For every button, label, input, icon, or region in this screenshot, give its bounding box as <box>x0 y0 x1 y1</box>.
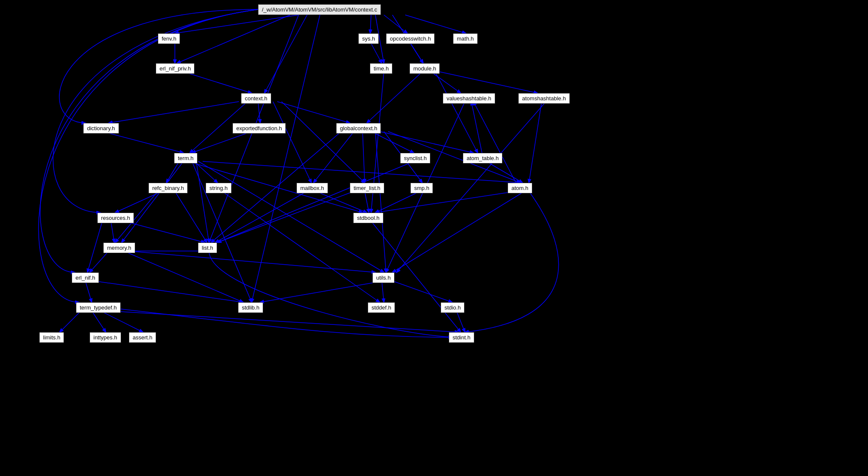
node-atom-table-h: atom_table.h <box>463 153 502 164</box>
svg-line-23 <box>102 131 183 153</box>
node-timer-list-h: timer_list.h <box>350 183 384 193</box>
node-assert-h: assert.h <box>129 332 156 343</box>
svg-line-61 <box>94 281 243 302</box>
node-context-h: context.h <box>241 93 271 104</box>
node-stdio-h: stdio.h <box>441 302 464 313</box>
svg-line-10 <box>258 102 260 123</box>
node-smp-h: smp.h <box>410 183 433 193</box>
node-list-h: list.h <box>198 242 217 253</box>
svg-line-4 <box>384 15 407 33</box>
node-stdlib-h: stdlib.h <box>238 302 263 313</box>
node-context-c: /_w/AtomVM/AtomVM/src/libAtomVM/context.… <box>258 4 381 15</box>
svg-line-60 <box>85 281 92 302</box>
node-sys-h: sys.h <box>358 33 379 44</box>
node-term-h: term.h <box>174 153 197 164</box>
node-valueshashtable-h: valueshashtable.h <box>443 93 495 104</box>
node-string-h: string.h <box>206 183 232 193</box>
svg-line-54 <box>111 221 114 242</box>
svg-line-16 <box>370 42 382 63</box>
svg-line-14 <box>273 102 311 183</box>
svg-line-42 <box>471 102 482 153</box>
svg-line-33 <box>166 161 179 183</box>
svg-line-41 <box>486 161 523 183</box>
svg-line-64 <box>260 281 384 302</box>
svg-line-24 <box>192 131 252 153</box>
svg-line-9 <box>183 72 252 93</box>
svg-line-55 <box>124 221 205 242</box>
svg-line-65 <box>60 311 81 332</box>
svg-line-19 <box>431 72 461 93</box>
svg-line-31 <box>375 131 386 272</box>
graph-container: /_w/AtomVM/AtomVM/src/libAtomVM/context.… <box>0 0 868 476</box>
svg-line-22 <box>435 72 478 153</box>
svg-line-73 <box>218 161 414 242</box>
svg-line-17 <box>409 42 423 63</box>
svg-line-68 <box>107 311 459 332</box>
svg-line-20 <box>439 72 537 93</box>
node-stddef-h: stddef.h <box>368 302 395 313</box>
node-fenv-h: fenv.h <box>158 33 180 44</box>
node-erl-nif-priv-h: erl_nif_priv.h <box>156 63 195 74</box>
node-erl-nif-h: erl_nif.h <box>72 272 99 283</box>
svg-line-47 <box>316 191 367 213</box>
node-mailbox-h: mailbox.h <box>296 183 328 193</box>
node-dictionary-h: dictionary.h <box>83 123 119 134</box>
node-exportedfunction-h: exportedfunction.h <box>232 123 286 134</box>
svg-line-21 <box>367 72 422 123</box>
node-inttypes-h: inttypes.h <box>90 332 121 343</box>
node-math-h: math.h <box>453 33 478 44</box>
node-opcodesswitch-h: opcodesswitch.h <box>386 33 435 44</box>
node-limits-h: limits.h <box>39 332 64 343</box>
node-synclist-h: synclist.h <box>400 153 430 164</box>
svg-line-49 <box>218 191 354 242</box>
node-stdbool-h: stdbool.h <box>353 213 383 223</box>
svg-line-35 <box>122 161 183 242</box>
svg-line-48 <box>365 191 369 213</box>
node-atomshashtable-h: atomshashtable.h <box>518 93 570 104</box>
svg-line-62 <box>382 281 384 302</box>
svg-line-13 <box>109 102 239 123</box>
svg-line-11 <box>277 102 350 123</box>
svg-line-2 <box>264 15 307 93</box>
node-resources-h: resources.h <box>97 213 134 223</box>
svg-line-52 <box>392 191 525 272</box>
node-memory-h: memory.h <box>103 242 135 253</box>
svg-line-30 <box>363 131 365 183</box>
svg-line-67 <box>100 311 143 332</box>
svg-line-5 <box>405 15 466 33</box>
svg-line-26 <box>380 131 473 153</box>
svg-line-58 <box>128 251 375 272</box>
svg-line-78 <box>124 251 243 302</box>
svg-line-1 <box>177 15 290 63</box>
node-term-typedef-h: term_typedef.h <box>76 302 121 313</box>
svg-line-56 <box>87 221 102 272</box>
svg-line-66 <box>92 311 106 332</box>
node-refc-binary-h: refc_binary.h <box>148 183 188 193</box>
node-atom-h: atom.h <box>508 183 532 193</box>
node-time-h: time.h <box>370 63 392 74</box>
node-stdint-h: stdint.h <box>449 332 474 343</box>
svg-line-3 <box>370 15 371 33</box>
node-utils-h: utils.h <box>372 272 395 283</box>
node-globalcontext-h: globalcontext.h <box>336 123 381 134</box>
node-module-h: module.h <box>409 63 440 74</box>
